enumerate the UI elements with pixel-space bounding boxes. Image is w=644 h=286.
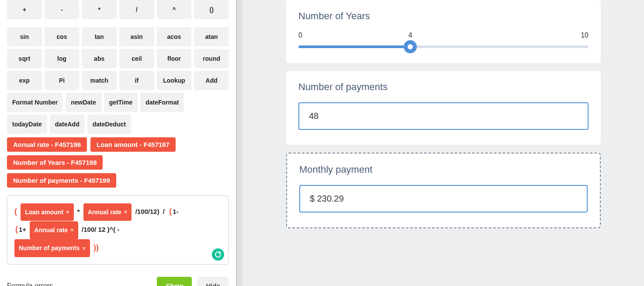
formula-editor[interactable]: ( Loan amount × * Annual rate × /100/12)… [7,195,229,265]
card-title: Monthly payment [299,164,588,175]
years-slider[interactable]: 0 10 4 [298,31,589,48]
slider-track[interactable] [298,45,589,48]
fn-sqrt[interactable]: sqrt [7,49,42,68]
panel-divider [236,0,243,286]
op-multiply[interactable]: * [82,0,117,19]
fn-row-4: Format Number newDate getTime dateFormat [7,93,229,112]
slider-thumb[interactable] [404,40,417,53]
fn-gettime[interactable]: getTime [104,93,138,112]
fn-dateformat[interactable]: dateFormat [140,93,184,112]
chip-label: Number of payments [19,241,80,255]
fn-pi[interactable]: Pi [45,71,80,90]
fn-lookup[interactable]: Lookup [157,71,192,90]
slider-max-label: 10 [581,31,589,39]
payments-value-field[interactable]: 48 [298,102,589,130]
fn-if[interactable]: if [119,71,154,90]
paren-open-icon: ( [169,207,172,216]
fn-todaydate[interactable]: todayDate [7,115,47,134]
formula-segment: (1- [168,208,178,215]
card-number-of-payments: Number of payments 48 [286,71,601,145]
fn-round[interactable]: round [194,49,229,68]
chip-annual-rate-1[interactable]: Annual rate × [83,203,132,221]
var-loan-amount[interactable]: Loan amount - F457197 [90,137,176,152]
show-errors-button[interactable]: Show [157,277,192,286]
op-divide[interactable]: / [119,0,154,19]
card-title: Number of payments [298,81,589,93]
fn-format-number[interactable]: Format Number [7,93,63,112]
paren-open-icon: ( [15,225,18,234]
op-minus[interactable]: - [45,0,80,19]
preview-panel: Number of Years 0 10 4 Number of payment… [243,0,644,286]
fn-atan[interactable]: atan [194,27,229,46]
variable-list: Annual rate - F457196 Loan amount - F457… [7,137,229,152]
fn-row-3: exp Pi match if Lookup Add [7,71,229,90]
formula-segment: /100/ 12 )^( - [82,226,119,233]
formula-segment: /100/12) [135,208,159,215]
fn-match[interactable]: match [82,71,117,90]
formula-errors-row: Formula errors Show Hide [7,277,229,286]
card-monthly-payment[interactable]: Monthly payment $ 230.29 [286,153,601,228]
fn-dateadd[interactable]: dateAdd [50,115,85,134]
fn-row-2: sqrt log abs ceil floor round [7,49,229,68]
fn-log[interactable]: log [45,49,80,68]
fn-add[interactable]: Add [194,71,229,90]
slider-fill [298,45,410,48]
operator-row: + - * / ^ () [7,0,229,19]
fn-sin[interactable]: sin [7,27,42,46]
chip-number-of-payments[interactable]: Number of payments × [14,239,90,257]
chip-annual-rate-2[interactable]: Annual rate × [30,221,78,239]
fn-acos[interactable]: acos [157,27,192,46]
fn-ceil[interactable]: ceil [119,49,154,68]
monthly-value-field: $ 230.29 [299,185,588,213]
grammarly-icon[interactable] [212,248,224,261]
fn-abs[interactable]: abs [82,49,117,68]
chip-label: Loan amount [25,206,63,219]
variable-list-2: Number of Years - F457198 [7,155,229,170]
var-number-of-years[interactable]: Number of Years - F457198 [7,155,103,170]
slider-min-label: 0 [298,31,302,39]
op-power[interactable]: ^ [157,0,192,19]
card-number-of-years: Number of Years 0 10 4 [286,0,601,63]
paren-open-icon: ( [14,207,17,216]
fn-exp[interactable]: exp [7,71,42,90]
var-number-of-payments[interactable]: Number of payments - F457199 [7,173,116,188]
variable-list-3: Number of payments - F457199 [7,173,229,188]
card-title: Number of Years [298,10,589,22]
fn-floor[interactable]: floor [157,49,192,68]
fn-cos[interactable]: cos [45,27,80,46]
chip-remove-icon[interactable]: × [66,206,69,219]
fn-datededuct[interactable]: dateDeduct [87,115,131,134]
fn-row-1: sin cos tan asin acos atan [7,27,229,46]
formula-builder-panel: + - * / ^ () sin cos tan asin acos atan … [0,0,236,286]
op-divide-text: / [163,208,165,215]
var-annual-rate[interactable]: Annual rate - F457196 [7,137,87,152]
hide-errors-button[interactable]: Hide [197,277,229,286]
chip-label: Annual rate [88,206,121,219]
slider-value-label: 4 [409,31,412,39]
chip-remove-icon[interactable]: × [70,224,74,237]
op-parens[interactable]: () [194,0,229,19]
chip-label: Annual rate [34,223,68,237]
formula-segment: (1+ [14,226,28,233]
fn-row-5: todayDate dateAdd dateDeduct [7,115,229,134]
slider-labels: 0 10 [298,31,589,39]
op-star: * [77,208,80,215]
formula-errors-label: Formula errors [7,282,152,286]
fn-tan[interactable]: tan [82,27,117,46]
paren-close-icon: )) [93,243,99,252]
chip-remove-icon[interactable]: × [82,242,86,255]
fn-asin[interactable]: asin [119,27,154,46]
op-plus[interactable]: + [7,0,42,19]
fn-newdate[interactable]: newDate [66,93,101,112]
chip-remove-icon[interactable]: × [124,206,128,219]
chip-loan-amount[interactable]: Loan amount × [21,203,73,221]
